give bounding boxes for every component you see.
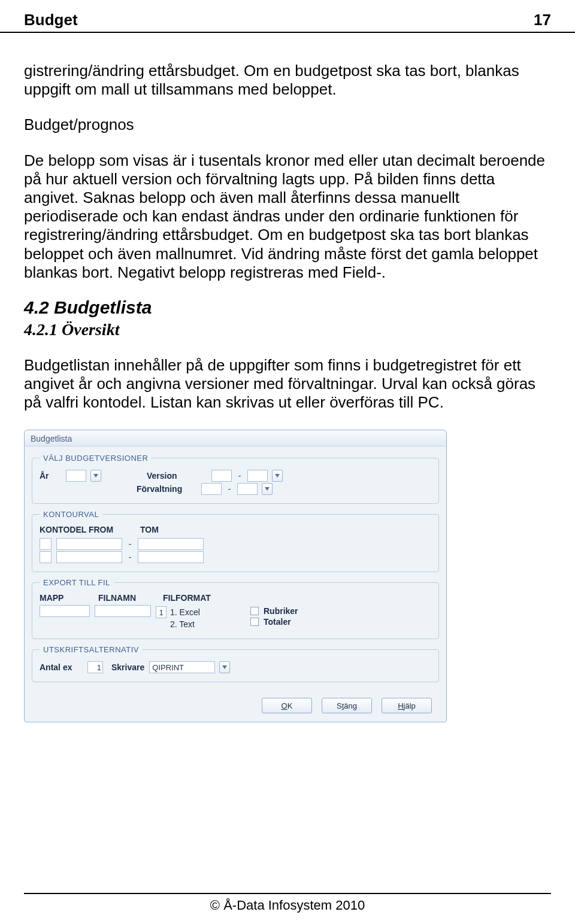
input-forvalt-from[interactable] <box>201 483 222 495</box>
input-mapp[interactable] <box>40 605 90 617</box>
hjalp-post: jälp <box>404 701 416 710</box>
input-kontodel-1b[interactable] <box>56 538 122 550</box>
group-kontourval: KONTOURVAL KONTODEL FROM TOM - - <box>32 510 439 572</box>
filformat-2: 2. Text <box>170 619 195 629</box>
label-totaler: Totaler <box>264 617 291 627</box>
group-budgetversioner: VÄLJ BUDGETVERSIONER År Version - Förval… <box>32 454 439 504</box>
dash: - <box>226 484 232 494</box>
input-kontodel-2a[interactable] <box>40 551 52 563</box>
group-utskrift: UTSKRIFTSALTERNATIV Antal ex 1 Skrivare … <box>32 645 439 682</box>
dropdown-ar[interactable] <box>90 470 101 482</box>
dash: - <box>127 552 133 562</box>
chevron-down-icon <box>275 474 280 478</box>
col-mapp: MAPP <box>40 593 93 603</box>
subheading-budget-prognos: Budget/prognos <box>24 116 551 134</box>
label-antal: Antal ex <box>40 662 83 672</box>
chevron-down-icon <box>93 474 98 478</box>
footer-copyright: © Å-Data Infosystem 2010 <box>210 898 365 913</box>
chevron-down-icon <box>222 665 227 669</box>
page-header: Budget 17 <box>0 0 575 33</box>
checkbox-rubriker[interactable] <box>250 607 259 615</box>
paragraph-3: Budgetlistan innehåller på de uppgifter … <box>24 356 551 412</box>
dialog-body: VÄLJ BUDGETVERSIONER År Version - Förval… <box>25 446 446 691</box>
dropdown-version[interactable] <box>272 470 283 482</box>
col-filnamn: FILNAMN <box>98 593 158 603</box>
dash: - <box>127 539 133 549</box>
dialog-buttons: OK Stäng Hjälp <box>25 691 446 722</box>
col-tom: TOM <box>140 525 159 534</box>
close-button[interactable]: Stäng <box>322 698 372 713</box>
filformat-1: 1. Excel <box>170 607 200 617</box>
input-kontodel-2c[interactable] <box>138 551 204 563</box>
paragraph-1: gistrering/ändring ettårsbudget. Om en b… <box>24 62 551 99</box>
stang-post: äng <box>344 701 357 710</box>
input-kontodel-1a[interactable] <box>40 538 52 550</box>
page-footer: © Å-Data Infosystem 2010 <box>24 893 551 913</box>
checkbox-totaler[interactable] <box>250 618 259 626</box>
heading-4-2: 4.2 Budgetlista <box>24 297 551 318</box>
group-export: EXPORT TILL FIL MAPP FILNAMN FILFORMAT 1… <box>32 578 439 639</box>
help-button[interactable]: Hjälp <box>382 698 432 713</box>
ok-button[interactable]: OK <box>262 698 312 713</box>
paragraph-2: De belopp som visas är i tusentals krono… <box>24 151 551 282</box>
export-options: Rubriker Totaler <box>250 605 358 628</box>
ok-underline: O <box>282 701 288 710</box>
filformat-list: 1 1. Excel 2. Text <box>156 605 246 630</box>
label-rubriker: Rubriker <box>264 606 298 616</box>
dialog-title: Budgetlista <box>25 430 446 446</box>
input-kontodel-1c[interactable] <box>138 538 204 550</box>
ok-rest: K <box>288 701 293 710</box>
budgetlista-dialog: Budgetlista VÄLJ BUDGETVERSIONER År Vers… <box>24 430 447 722</box>
input-ar[interactable] <box>66 470 86 482</box>
page-number: 17 <box>534 11 551 29</box>
input-skrivare[interactable]: QIPRINT <box>149 661 215 673</box>
header-title: Budget <box>24 11 78 29</box>
label-version: Version <box>147 471 207 481</box>
legend-export: EXPORT TILL FIL <box>40 578 114 587</box>
input-version-from[interactable] <box>211 470 232 482</box>
legend-kontourval: KONTOURVAL <box>40 510 102 519</box>
label-forvaltning: Förvaltning <box>137 484 196 494</box>
dropdown-skrivare[interactable] <box>219 661 230 673</box>
label-skrivare: Skrivare <box>111 662 144 672</box>
heading-4-2-1: 4.2.1 Översikt <box>24 320 551 339</box>
dropdown-forvaltning[interactable] <box>262 483 273 495</box>
input-filformat-num[interactable]: 1 <box>156 606 167 618</box>
chevron-down-icon <box>265 487 270 491</box>
input-antal[interactable]: 1 <box>87 661 103 673</box>
page-content: gistrering/ändring ettårsbudget. Om en b… <box>0 33 575 412</box>
legend-budgetversioner: VÄLJ BUDGETVERSIONER <box>40 454 152 463</box>
col-kontodel-from: KONTODEL FROM <box>40 525 135 534</box>
input-version-to[interactable] <box>247 470 268 482</box>
hjalp-underline: H <box>398 701 403 710</box>
col-filformat: FILFORMAT <box>163 593 247 603</box>
label-ar: År <box>40 471 61 481</box>
input-filnamn[interactable] <box>95 605 151 617</box>
input-kontodel-2b[interactable] <box>56 551 122 563</box>
dash: - <box>237 471 243 481</box>
stang-pre: S <box>337 701 342 710</box>
input-forvalt-to[interactable] <box>237 483 258 495</box>
legend-utskrift: UTSKRIFTSALTERNATIV <box>40 645 143 654</box>
